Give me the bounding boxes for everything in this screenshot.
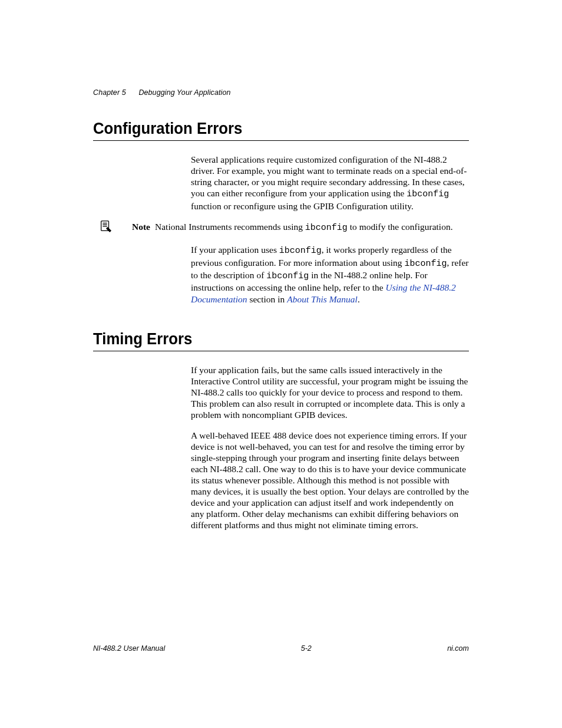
config-body: Several applications require customized … — [191, 154, 469, 212]
config-body-2: If your application uses ibconfig, it wo… — [191, 244, 469, 304]
timing-paragraph-1: If your application fails, but the same … — [191, 364, 469, 420]
footer-right: ni.com — [447, 644, 469, 653]
note-text: NoteNational Instruments recommends usin… — [132, 221, 469, 233]
note-label: Note — [132, 222, 150, 232]
page-footer: NI-488.2 User Manual 5-2 ni.com — [93, 644, 469, 653]
running-header: Chapter 5 Debugging Your Application — [93, 88, 469, 97]
code-ibconfig: ibconfig — [266, 271, 309, 281]
code-ibconfig: ibconfig — [279, 246, 322, 256]
heading-timing-errors: Timing Errors — [93, 330, 439, 348]
code-ibconfig: ibconfig — [406, 189, 449, 199]
note-block: NoteNational Instruments recommends usin… — [93, 221, 469, 233]
config-paragraph-1: Several applications require customized … — [191, 154, 469, 212]
timing-body: If your application fails, but the same … — [191, 364, 469, 531]
page: Chapter 5 Debugging Your Application Con… — [0, 0, 562, 728]
link-about-this-manual[interactable]: About This Manual — [287, 294, 358, 304]
heading-rule — [93, 351, 469, 351]
code-ibconfig: ibconfig — [404, 259, 447, 269]
code-ibconfig: ibconfig — [305, 223, 348, 233]
heading-configuration-errors: Configuration Errors — [93, 119, 439, 138]
footer-page-number: 5-2 — [301, 644, 312, 653]
note-icon — [99, 220, 112, 233]
footer-left: NI-488.2 User Manual — [93, 644, 165, 653]
chapter-label: Chapter 5 — [93, 88, 126, 97]
timing-paragraph-2: A well-behaved IEEE 488 device does not … — [191, 430, 469, 531]
chapter-title: Debugging Your Application — [138, 88, 230, 97]
config-paragraph-2: If your application uses ibconfig, it wo… — [191, 244, 469, 304]
heading-rule — [93, 140, 469, 141]
